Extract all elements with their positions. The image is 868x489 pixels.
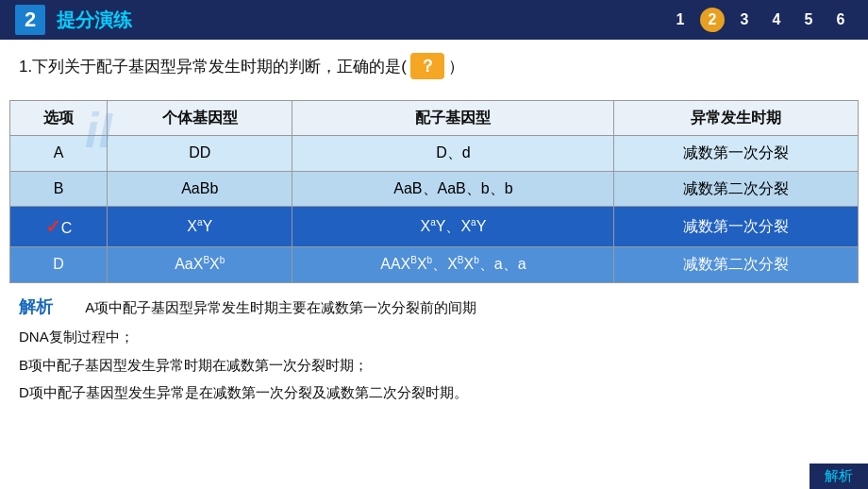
nav-4[interactable]: 4 [764, 8, 789, 32]
cell-gamete-a: D、d [292, 136, 614, 171]
question-area: 1.下列关于配子基因型异常发生时期的判断，正确的是(？） [0, 40, 868, 100]
col-period: 异常发生时期 [614, 101, 859, 136]
footer-bar[interactable]: 解析 [810, 464, 868, 489]
nav-6[interactable]: 6 [828, 8, 853, 32]
check-mark-icon: ✓ [45, 216, 61, 237]
table-row: ✓C XaY XaY、XaY 减数第一次分裂 [10, 207, 859, 247]
analysis-line-2: DNA复制过程中； [19, 325, 849, 349]
table-row: A DD D、d 减数第一次分裂 [10, 136, 859, 171]
nav-3[interactable]: 3 [732, 8, 757, 32]
col-individual: 个体基因型 [108, 101, 292, 136]
main-container: 2 提分演练 1 2 3 4 5 6 1.下列关于配子基因型异常发生时期的判断，… [0, 0, 868, 489]
cell-individual-a: DD [108, 136, 292, 171]
analysis-paragraph-1: 解析 A项中配子基因型异常发生时期主要在减数第一次分裂前的间期 [19, 293, 849, 322]
cell-gamete-b: AaB、AaB、b、b [292, 171, 614, 206]
col-option: 选项 [10, 101, 108, 136]
cell-option-a: A [10, 136, 108, 171]
nav-2[interactable]: 2 [700, 8, 725, 32]
nav-1[interactable]: 1 [668, 8, 693, 32]
analysis-line-3: B项中配子基因型发生异常时期在减数第一次分裂时期； [19, 353, 849, 378]
analysis-line-4: D项中配子基因型发生异常是在减数第一次分裂及减数第二次分裂时期。 [19, 380, 849, 405]
table-row: B AaBb AaB、AaB、b、b 减数第二次分裂 [10, 171, 859, 206]
cell-gamete-d: AAXBXb、XBXb、a、a [292, 247, 614, 283]
cell-individual-d: AaXBXb [108, 247, 292, 283]
footer-label: 解析 [825, 467, 853, 483]
question-text: 1.下列关于配子基因型异常发生时期的判断，正确的是(？） [19, 53, 849, 79]
cell-option-c: ✓C [10, 207, 108, 247]
header-bar: 2 提分演练 1 2 3 4 5 6 [0, 0, 868, 40]
question-badge: ？ [410, 53, 444, 79]
col-gamete: 配子基因型 [292, 101, 614, 136]
analysis-area: 解析 A项中配子基因型异常发生时期主要在减数第一次分裂前的间期 DNA复制过程中… [0, 283, 868, 405]
cell-period-a: 减数第一次分裂 [614, 136, 859, 171]
cell-individual-b: AaBb [108, 171, 292, 206]
table-row: D AaXBXb AAXBXb、XBXb、a、a 减数第二次分裂 [10, 247, 859, 283]
cell-period-c: 减数第一次分裂 [614, 207, 859, 247]
data-table: 选项 个体基因型 配子基因型 异常发生时期 A DD D、d 减数第一次分裂 B… [9, 100, 859, 283]
cell-individual-c: XaY [108, 207, 292, 247]
analysis-title: 解析 [19, 297, 53, 316]
cell-period-b: 减数第二次分裂 [614, 171, 859, 206]
nav-5[interactable]: 5 [796, 8, 821, 32]
section-number: 2 [15, 5, 45, 35]
nav-numbers: 1 2 3 4 5 6 [668, 8, 853, 32]
question-body: 1.下列关于配子基因型异常发生时期的判断，正确的是( [19, 58, 407, 76]
table-header-row: 选项 个体基因型 配子基因型 异常发生时期 [10, 101, 859, 136]
question-end: ） [448, 58, 464, 76]
section-title: 提分演练 [57, 8, 132, 33]
cell-option-d: D [10, 247, 108, 283]
cell-option-b: B [10, 171, 108, 206]
cell-gamete-c: XaY、XaY [292, 207, 614, 247]
analysis-line-1: A项中配子基因型异常发生时期主要在减数第一次分裂前的间期 [57, 299, 476, 315]
cell-period-d: 减数第二次分裂 [614, 247, 859, 283]
table-wrapper: 选项 个体基因型 配子基因型 异常发生时期 A DD D、d 减数第一次分裂 B… [9, 100, 859, 283]
